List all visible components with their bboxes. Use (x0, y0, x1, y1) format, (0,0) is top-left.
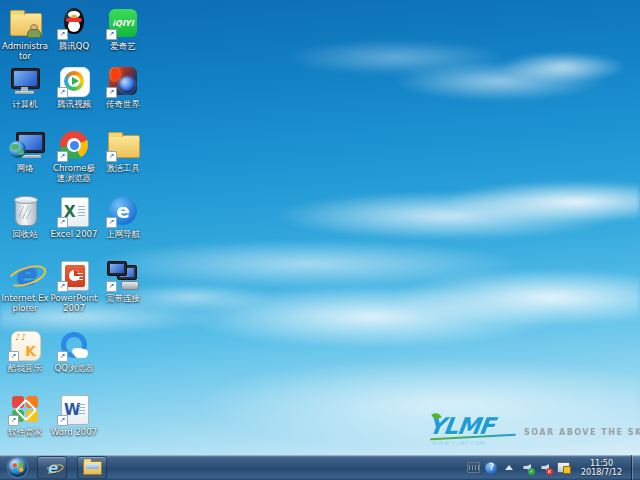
desktop-icon-legend-world[interactable]: ↗ 传奇世界 (99, 64, 147, 109)
shortcut-arrow-icon: ↗ (57, 217, 68, 228)
start-button[interactable] (8, 458, 27, 477)
computer-icon (8, 64, 42, 98)
folder-icon (83, 461, 102, 475)
icon-label: 腾讯视频 (50, 99, 98, 109)
qq-penguin-icon: ↗ (57, 6, 91, 40)
icon-label: 计算机 (1, 99, 49, 109)
taskbar-internet-explorer-button[interactable]: e (37, 456, 67, 479)
desktop-icon-broadband-connection[interactable]: ↗ 宽带连接 (99, 258, 147, 303)
help-icon[interactable]: ? (485, 461, 498, 474)
chrome-icon: ↗ (57, 128, 91, 162)
powerpoint-icon: ↗ (57, 258, 91, 292)
iqiyi-icon: iQIYI ↗ (106, 6, 140, 40)
web-navigation-e-icon: e ↗ (106, 194, 140, 228)
shortcut-arrow-icon: ↗ (57, 415, 68, 426)
desktop-icon-network[interactable]: 网络 (1, 128, 49, 173)
icon-label: 上网导航 (99, 229, 147, 239)
windows-logo-icon (12, 463, 23, 473)
icon-label: 激活工具 (99, 163, 147, 173)
qq-browser-icon: ↗ (57, 328, 91, 362)
icon-label: Chrome极速浏览器 (50, 163, 98, 183)
recycle-bin-icon (8, 194, 42, 228)
icon-label: Internet Explorer (1, 293, 49, 313)
icon-label: 网络 (1, 163, 49, 173)
shortcut-arrow-icon: ↗ (106, 29, 117, 40)
icon-label: 软件管家 (1, 427, 49, 437)
legend-world-game-icon: ↗ (106, 64, 140, 98)
network-icon (8, 128, 42, 162)
icon-label: 爱奇艺 (99, 41, 147, 51)
shortcut-arrow-icon: ↗ (106, 151, 117, 162)
word-icon: W ↗ (57, 392, 91, 426)
icon-label: 腾讯QQ (50, 41, 98, 51)
desktop-icon-excel-2007[interactable]: X ↗ Excel 2007 (50, 194, 98, 239)
folder-icon: ↗ (106, 128, 140, 162)
shortcut-arrow-icon: ↗ (106, 217, 117, 228)
network-warning-icon[interactable] (557, 461, 570, 474)
shortcut-arrow-icon: ↗ (57, 151, 68, 162)
icon-label: Administrator (1, 41, 49, 61)
shortcut-arrow-icon: ↗ (57, 281, 68, 292)
show-hidden-icons-arrow[interactable] (503, 461, 516, 474)
desktop-icon-software-manager[interactable]: ↗ 软件管家 (1, 392, 49, 437)
excel-icon: X ↗ (57, 194, 91, 228)
shortcut-arrow-icon: ↗ (57, 351, 68, 362)
icon-label: 酷我音乐 (1, 363, 49, 373)
ylmf-watermark: YLMF WWW.YLMF.COM SOAR ABOVE THE SKY (428, 414, 628, 450)
desktop-icon-internet-explorer[interactable]: e Internet Explorer (1, 258, 49, 313)
desktop-icon-tencent-video[interactable]: ↗ 腾讯视频 (50, 64, 98, 109)
clock-time: 11:50 (581, 459, 622, 468)
icon-label: Excel 2007 (50, 229, 98, 239)
taskbar-clock[interactable]: 11:50 2018/7/12 (581, 459, 622, 477)
show-desktop-button[interactable] (631, 455, 640, 480)
desktop-icon-computer[interactable]: 计算机 (1, 64, 49, 109)
ylmf-url: WWW.YLMF.COM (432, 440, 485, 446)
input-keyboard-icon[interactable] (467, 461, 480, 474)
shortcut-arrow-icon: ↗ (8, 415, 19, 426)
desktop-icon-activation-tools[interactable]: ↗ 激活工具 (99, 128, 147, 173)
status-alert-icon[interactable]: × (539, 461, 552, 474)
desktop: Administrator 计算机 网络 回收站 e Internet Expl… (0, 0, 640, 480)
broadband-connection-icon: ↗ (106, 258, 140, 292)
taskbar-windows-explorer-button[interactable] (77, 456, 107, 479)
shortcut-arrow-icon: ↗ (57, 29, 68, 40)
icon-label: 传奇世界 (99, 99, 147, 109)
internet-explorer-icon: e (8, 258, 42, 292)
desktop-icon-powerpoint-2007[interactable]: ↗ PowerPoint 2007 (50, 258, 98, 313)
icon-label: 宽带连接 (99, 293, 147, 303)
shortcut-arrow-icon: ↗ (106, 281, 117, 292)
internet-explorer-icon: e (47, 459, 57, 477)
user-folder-icon (8, 6, 42, 40)
desktop-icon-recycle-bin[interactable]: 回收站 (1, 194, 49, 239)
desktop-icon-qq-browser[interactable]: ↗ QQ浏览器 (50, 328, 98, 373)
software-manager-icon: ↗ (8, 392, 42, 426)
icon-label: QQ浏览器 (50, 363, 98, 373)
shortcut-arrow-icon: ↗ (8, 351, 19, 362)
desktop-icon-web-navigation[interactable]: e ↗ 上网导航 (99, 194, 147, 239)
shortcut-arrow-icon: ↗ (57, 87, 68, 98)
tencent-video-icon: ↗ (57, 64, 91, 98)
ylmf-tagline: SOAR ABOVE THE SKY (524, 428, 640, 437)
desktop-icon-iqiyi[interactable]: iQIYI ↗ 爱奇艺 (99, 6, 147, 51)
shortcut-arrow-icon: ↗ (106, 87, 117, 98)
desktop-icon-word-2007[interactable]: W ↗ Word 2007 (50, 392, 98, 437)
desktop-icon-administrator[interactable]: Administrator (1, 6, 49, 61)
status-ok-icon[interactable]: ✓ (521, 461, 534, 474)
clock-date: 2018/7/12 (581, 468, 622, 477)
desktop-icon-chrome-browser[interactable]: ↗ Chrome极速浏览器 (50, 128, 98, 183)
taskbar: e ? ✓ × 11:50 2018/7/12 (0, 455, 640, 480)
icon-label: Word 2007 (50, 427, 98, 437)
desktop-icon-kuwo-music[interactable]: ♪♪K ↗ 酷我音乐 (1, 328, 49, 373)
desktop-icon-tencent-qq[interactable]: ↗ 腾讯QQ (50, 6, 98, 51)
icon-label: PowerPoint 2007 (50, 293, 98, 313)
icon-label: 回收站 (1, 229, 49, 239)
kuwo-music-icon: ♪♪K ↗ (8, 328, 42, 362)
system-tray: ? ✓ × 11:50 2018/7/12 (467, 455, 640, 480)
